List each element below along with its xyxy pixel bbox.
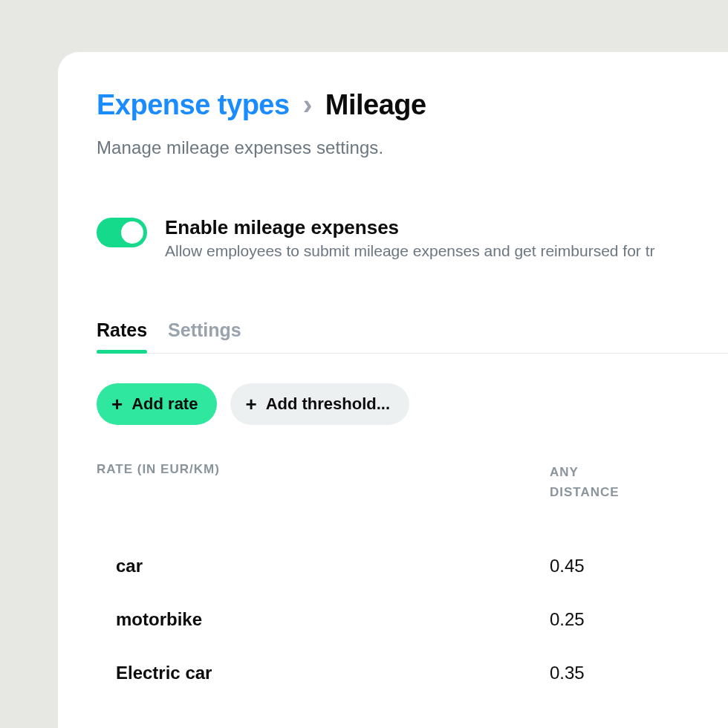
rate-name: car bbox=[116, 556, 550, 576]
rates-rows: car 0.45 motorbike 0.25 Electric car 0.3… bbox=[97, 539, 728, 700]
rate-value: 0.35 bbox=[550, 663, 661, 683]
enable-mileage-text: Enable mileage expenses Allow employees … bbox=[165, 216, 655, 260]
breadcrumb-current: Mileage bbox=[325, 89, 426, 121]
add-threshold-label: Add threshold... bbox=[266, 394, 390, 414]
breadcrumb: Expense types › Mileage bbox=[97, 89, 728, 121]
chevron-right-icon: › bbox=[303, 89, 312, 121]
rate-value: 0.45 bbox=[550, 556, 661, 576]
rate-value: 0.25 bbox=[550, 609, 661, 630]
tabs: Rates Settings bbox=[97, 319, 728, 354]
add-threshold-button[interactable]: + Add threshold... bbox=[230, 383, 409, 425]
enable-mileage-title: Enable mileage expenses bbox=[165, 216, 655, 239]
rates-table-header: RATE (IN EUR/KM) ANY DISTANCE bbox=[97, 462, 728, 502]
tab-settings[interactable]: Settings bbox=[168, 319, 241, 353]
settings-card: Expense types › Mileage Manage mileage e… bbox=[58, 52, 728, 728]
enable-mileage-desc: Allow employees to submit mileage expens… bbox=[165, 242, 655, 260]
table-row[interactable]: car 0.45 bbox=[97, 539, 728, 593]
page-subtitle: Manage mileage expenses settings. bbox=[97, 137, 728, 158]
plus-icon: + bbox=[111, 394, 123, 414]
col-header-rate: RATE (IN EUR/KM) bbox=[97, 462, 550, 502]
col-header-distance: ANY DISTANCE bbox=[550, 462, 661, 502]
rate-name: motorbike bbox=[116, 609, 550, 630]
enable-mileage-row: Enable mileage expenses Allow employees … bbox=[97, 216, 728, 260]
breadcrumb-parent[interactable]: Expense types bbox=[97, 89, 290, 121]
table-row[interactable]: Electric car 0.35 bbox=[97, 646, 728, 700]
enable-mileage-toggle[interactable] bbox=[97, 218, 147, 247]
rate-name: Electric car bbox=[116, 663, 550, 683]
toggle-knob bbox=[121, 221, 143, 244]
add-rate-label: Add rate bbox=[131, 394, 198, 414]
table-row[interactable]: motorbike 0.25 bbox=[97, 593, 728, 646]
tab-rates[interactable]: Rates bbox=[97, 319, 147, 353]
action-bar: + Add rate + Add threshold... bbox=[97, 383, 728, 425]
add-rate-button[interactable]: + Add rate bbox=[97, 383, 217, 425]
plus-icon: + bbox=[245, 394, 256, 414]
